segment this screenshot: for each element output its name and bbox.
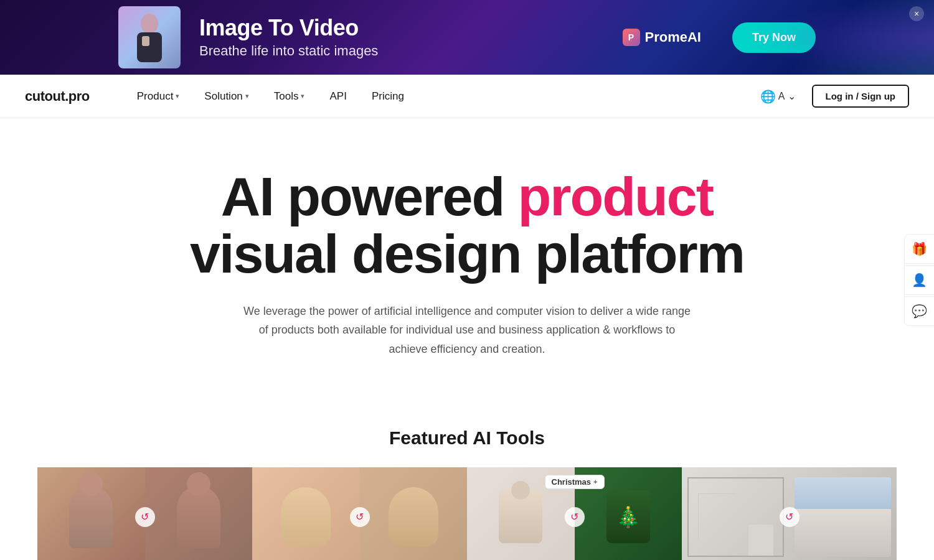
nav-item-api[interactable]: API <box>319 85 356 108</box>
nav-item-product[interactable]: Product ▾ <box>127 85 190 108</box>
featured-card-portrait[interactable]: ↺ <box>37 467 252 560</box>
navbar: cutout.pro Product ▾ Solution ▾ Tools ▾ … <box>0 75 934 118</box>
card-interior-arrow: ↺ <box>780 507 800 527</box>
hero-headline-part2: visual design platform <box>190 223 744 284</box>
hero-subtext: We leverage the power of artificial inte… <box>243 302 691 359</box>
nav-right: 🌐 A ⌄ Log in / Sign up <box>754 85 909 108</box>
card-portrait-arrow: ↺ <box>135 507 155 527</box>
card-portrait-after <box>145 467 253 560</box>
svg-rect-1 <box>137 32 162 62</box>
product-chevron-icon: ▾ <box>176 92 179 100</box>
lang-label: A <box>778 91 785 102</box>
ad-image <box>118 6 181 68</box>
featured-grid: ↺ ↺ 🎄 <box>37 467 897 560</box>
user-widget-button[interactable]: 👤 <box>904 265 934 295</box>
featured-card-christmas[interactable]: 🎄 ↺ Christmas + <box>467 467 682 560</box>
language-button[interactable]: 🌐 A ⌄ <box>754 85 802 108</box>
svg-point-0 <box>141 14 158 34</box>
christmas-badge: Christmas + <box>544 475 604 489</box>
login-button[interactable]: Log in / Sign up <box>812 85 909 108</box>
card-face-arrow: ↺ <box>350 507 370 527</box>
hero-headline: AI powered product visual design platfor… <box>25 168 909 283</box>
solution-chevron-icon: ▾ <box>245 92 249 100</box>
lang-chevron-icon: ⌄ <box>788 90 796 102</box>
tools-chevron-icon: ▾ <box>301 92 304 100</box>
language-icon: 🌐 <box>760 89 776 104</box>
ad-brand: P PromeAI <box>623 29 701 46</box>
card-interior-before <box>682 467 790 560</box>
ad-close-button[interactable]: × <box>909 6 924 21</box>
ad-brand-logo: P <box>623 29 640 46</box>
card-face-before <box>252 467 360 560</box>
card-interior-after <box>790 467 897 560</box>
gift-widget-button[interactable]: 🎁 <box>904 234 934 264</box>
user-icon: 👤 <box>912 273 927 287</box>
christmas-badge-plus-icon: + <box>593 478 597 485</box>
gift-icon: 🎁 <box>912 241 927 256</box>
card-christmas-arrow: ↺ <box>565 507 585 527</box>
featured-card-face[interactable]: ↺ <box>252 467 467 560</box>
nav-links: Product ▾ Solution ▾ Tools ▾ API Pricing <box>127 85 754 108</box>
hero-headline-part1: AI powered <box>221 166 518 227</box>
hero-headline-highlight: product <box>518 166 714 227</box>
ad-brand-name: PromeAI <box>645 29 701 45</box>
ad-title: Image To Video <box>199 16 592 40</box>
featured-title: Featured AI Tools <box>37 427 897 449</box>
ad-try-button[interactable]: Try Now <box>732 22 816 53</box>
christmas-badge-text: Christmas <box>551 477 591 487</box>
featured-card-interior[interactable]: ↺ <box>682 467 897 560</box>
svg-rect-2 <box>142 36 149 46</box>
ad-text-block: Image To Video Breathe life into static … <box>199 16 592 59</box>
chat-widget-button[interactable]: 💬 <box>904 296 934 326</box>
ad-banner: Image To Video Breathe life into static … <box>0 0 934 75</box>
card-portrait-before <box>37 467 145 560</box>
card-face-after <box>360 467 468 560</box>
chat-icon: 💬 <box>912 304 927 319</box>
nav-item-solution[interactable]: Solution ▾ <box>194 85 258 108</box>
ad-subtitle: Breathe life into static images <box>199 43 592 59</box>
featured-section: Featured AI Tools ↺ <box>0 427 934 560</box>
nav-item-tools[interactable]: Tools ▾ <box>264 85 315 108</box>
hero-section: AI powered product visual design platfor… <box>0 118 934 427</box>
nav-logo[interactable]: cutout.pro <box>25 88 90 105</box>
right-widgets: 🎁 👤 💬 <box>904 234 934 326</box>
nav-item-pricing[interactable]: Pricing <box>362 85 414 108</box>
